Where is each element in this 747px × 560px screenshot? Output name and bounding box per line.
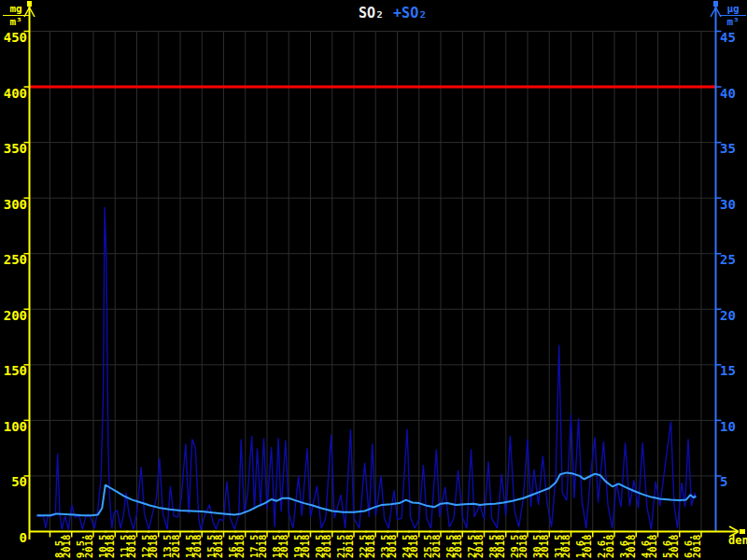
x-date-label: 29.5.2018 bbox=[509, 528, 528, 558]
x-date-label: 28.5.2018 bbox=[487, 528, 506, 558]
x-axis-date-labels: 8.5.20189.5.201810.5.201811.5.201812.5.2… bbox=[53, 528, 702, 558]
chart-canvas: 4504003503002502001501005004540353025201… bbox=[0, 0, 747, 560]
right-axis-unit-numerator: µg bbox=[720, 3, 746, 16]
tick-label: 0 bbox=[20, 530, 27, 545]
x-date-label: 30.5.2018 bbox=[531, 528, 550, 558]
tick-label: 15 bbox=[720, 363, 736, 378]
x-date-label: 14.5.2018 bbox=[184, 528, 203, 558]
x-date-label: 11.5.2018 bbox=[119, 528, 137, 558]
chart-window: 4504003503002502001501005004540353025201… bbox=[0, 0, 747, 560]
left-axis-unit-numerator: mg bbox=[3, 3, 29, 16]
x-date-label: 12.5.2018 bbox=[140, 528, 159, 558]
left-axis-unit-label: mg m³ bbox=[3, 3, 29, 28]
x-date-label: 26.5.2018 bbox=[444, 528, 463, 558]
x-date-label: 25.5.2018 bbox=[422, 528, 441, 558]
x-date-label: 4.6.2018 bbox=[640, 535, 658, 558]
x-date-label: 13.5.2018 bbox=[162, 528, 180, 558]
tick-label: 30 bbox=[720, 197, 736, 212]
right-axis-unit-denominator: m³ bbox=[720, 16, 746, 28]
x-date-label: 15.5.2018 bbox=[205, 528, 224, 558]
x-date-label: 23.5.2018 bbox=[379, 528, 398, 558]
chart-title: SO₂+SO₂ bbox=[359, 5, 427, 21]
x-date-label: 20.5.2018 bbox=[314, 528, 332, 558]
x-date-label: 1.6.2018 bbox=[574, 535, 593, 558]
x-date-label: 8.5.2018 bbox=[53, 535, 72, 558]
tick-label: 250 bbox=[4, 252, 27, 267]
x-date-label: 10.5.2018 bbox=[97, 528, 116, 558]
x-date-label: 3.6.2018 bbox=[618, 535, 637, 558]
x-date-label: 9.5.2018 bbox=[75, 535, 93, 558]
x-date-label: 18.5.2018 bbox=[271, 528, 289, 558]
tick-label: 10 bbox=[720, 419, 736, 434]
x-date-label: 19.5.2018 bbox=[292, 528, 311, 558]
x-date-label: 6.6.2018 bbox=[683, 535, 701, 558]
axis-arrows bbox=[24, 1, 745, 537]
series-line bbox=[37, 207, 697, 531]
tick-label: 400 bbox=[4, 86, 27, 101]
tick-label: 300 bbox=[4, 197, 27, 212]
x-date-label: 16.5.2018 bbox=[227, 528, 246, 558]
tick-label: 5 bbox=[720, 474, 727, 489]
x-date-label: 17.5.2018 bbox=[248, 528, 267, 558]
right-axis-unit-label: µg m³ bbox=[720, 3, 746, 28]
tick-label: 20 bbox=[720, 308, 736, 323]
x-date-label: 21.5.2018 bbox=[335, 528, 354, 558]
title-series-so2-added: +SO₂ bbox=[393, 5, 427, 21]
axis-tick-labels: 4504003503002502001501005004540353025201… bbox=[4, 30, 736, 545]
tick-label: 200 bbox=[4, 308, 27, 323]
x-axis-unit-label: den bbox=[728, 534, 747, 547]
tick-label: 350 bbox=[4, 141, 27, 156]
x-date-label: 22.5.2018 bbox=[358, 528, 376, 558]
tick-label: 45 bbox=[720, 30, 736, 45]
left-axis-unit-denominator: m³ bbox=[3, 16, 29, 28]
tick-label: 150 bbox=[4, 363, 27, 378]
x-date-label: 24.5.2018 bbox=[401, 528, 419, 558]
tick-label: 35 bbox=[720, 141, 736, 156]
tick-label: 40 bbox=[720, 86, 736, 101]
tick-label: 100 bbox=[4, 419, 27, 434]
tick-label: 25 bbox=[720, 252, 736, 267]
x-date-label: 2.6.2018 bbox=[596, 535, 614, 558]
x-date-label: 27.5.2018 bbox=[466, 528, 485, 558]
right-axis-arrow-icon bbox=[713, 1, 718, 7]
x-date-label: 5.6.2018 bbox=[661, 535, 680, 558]
tick-label: 450 bbox=[4, 30, 27, 45]
x-date-label: 31.5.2018 bbox=[553, 528, 571, 558]
title-series-so2: SO₂ bbox=[359, 5, 384, 21]
tick-label: 50 bbox=[11, 474, 27, 489]
series-so2-dark bbox=[37, 207, 697, 531]
